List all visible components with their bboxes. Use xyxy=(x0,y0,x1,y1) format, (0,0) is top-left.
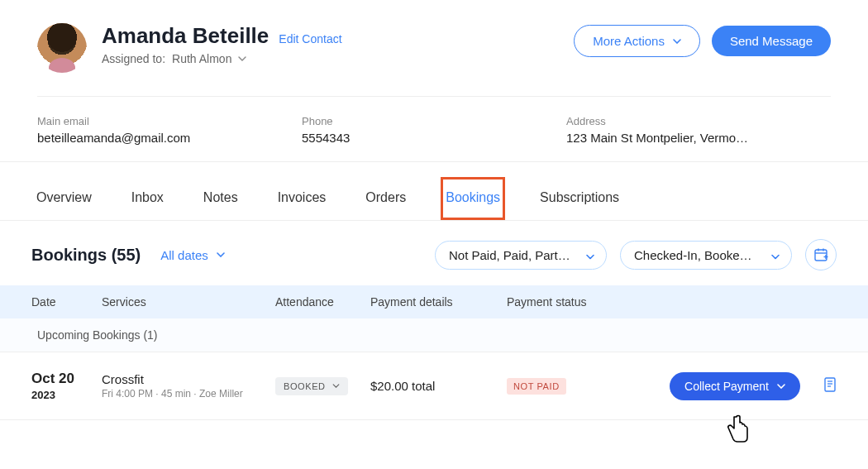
col-payment-details: Payment details xyxy=(370,295,507,309)
email-label: Main email xyxy=(37,115,302,127)
attendance-label: BOOKED xyxy=(284,381,326,391)
document-icon[interactable] xyxy=(823,377,837,395)
collect-payment-button[interactable]: Collect Payment xyxy=(670,372,800,400)
chevron-down-icon xyxy=(217,252,225,257)
svg-rect-0 xyxy=(815,250,827,261)
service-meta: Fri 4:00 PM · 45 min · Zoe Miller xyxy=(102,388,275,400)
table-row: Oct 20 2023 Crossfit Fri 4:00 PM · 45 mi… xyxy=(0,352,868,420)
date-filter-label: All dates xyxy=(160,248,208,262)
attendance-dropdown[interactable]: BOOKED xyxy=(275,377,348,395)
booking-year: 2023 xyxy=(31,389,102,401)
phone-value: 5554343 xyxy=(302,131,566,145)
service-name: Crossfit xyxy=(102,372,275,386)
tab-inbox[interactable]: Inbox xyxy=(126,177,169,220)
chevron-down-icon[interactable] xyxy=(238,56,246,61)
payment-filter-label: Not Paid, Paid, Partia… xyxy=(449,248,579,262)
send-message-button[interactable]: Send Message xyxy=(712,26,831,56)
tab-bookings[interactable]: Bookings xyxy=(441,177,505,220)
email-value: beteilleamanda@gmail.com xyxy=(37,131,302,145)
address-value: 123 Main St Montpelier, Vermo… xyxy=(566,131,831,145)
tab-orders[interactable]: Orders xyxy=(360,177,411,220)
phone-label: Phone xyxy=(302,115,566,127)
address-label: Address xyxy=(566,115,831,127)
svg-rect-6 xyxy=(825,378,835,391)
col-attendance: Attendance xyxy=(275,295,370,309)
chevron-down-icon xyxy=(771,248,780,262)
more-actions-label: More Actions xyxy=(593,34,665,48)
assigned-prefix: Assigned to: xyxy=(102,52,165,65)
chevron-down-icon xyxy=(777,384,785,389)
col-payment-status: Payment status xyxy=(507,295,837,309)
send-message-label: Send Message xyxy=(730,34,813,48)
chevron-down-icon xyxy=(586,248,594,262)
status-filter-label: Checked-In, Booked,… xyxy=(634,248,762,262)
tab-invoices[interactable]: Invoices xyxy=(273,177,331,220)
payment-amount: $20.00 total xyxy=(370,379,435,393)
col-services: Services xyxy=(102,295,275,309)
chevron-down-icon xyxy=(673,39,681,44)
calendar-add-button[interactable] xyxy=(805,239,837,270)
col-date: Date xyxy=(31,295,102,309)
more-actions-button[interactable]: More Actions xyxy=(574,25,700,57)
chevron-down-icon xyxy=(332,384,340,388)
tab-subscriptions[interactable]: Subscriptions xyxy=(535,177,624,220)
status-filter-dropdown[interactable]: Checked-In, Booked,… xyxy=(620,241,792,270)
tab-notes[interactable]: Notes xyxy=(198,177,243,220)
payment-filter-dropdown[interactable]: Not Paid, Paid, Partia… xyxy=(435,241,607,270)
bookings-title: Bookings (55) xyxy=(31,246,141,265)
status-badge: NOT PAID xyxy=(507,378,566,395)
calendar-plus-icon xyxy=(813,247,828,262)
booking-date: Oct 20 xyxy=(31,371,102,387)
assigned-name[interactable]: Ruth Almon xyxy=(172,52,231,65)
collect-payment-label: Collect Payment xyxy=(684,380,769,393)
avatar xyxy=(37,23,87,73)
tab-overview[interactable]: Overview xyxy=(31,177,97,220)
upcoming-section: Upcoming Bookings (1) xyxy=(0,318,868,352)
edit-contact-link[interactable]: Edit Contact xyxy=(279,32,341,45)
date-filter[interactable]: All dates xyxy=(160,248,225,262)
contact-name: Amanda Beteille xyxy=(102,23,269,49)
